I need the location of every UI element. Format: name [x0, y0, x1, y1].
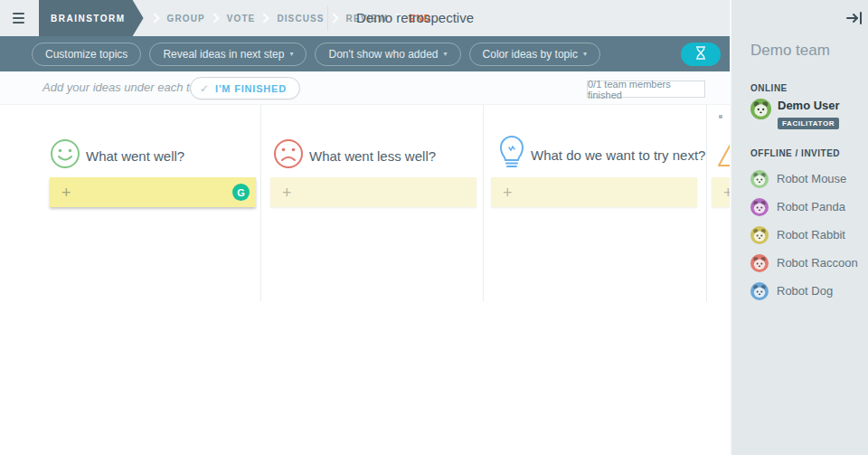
- member-name: Robot Mouse: [777, 172, 846, 185]
- facilitator-toolbar: Customize topics Reveal ideas in next st…: [0, 36, 730, 71]
- chevron-right-icon: [149, 13, 159, 23]
- step-vote[interactable]: VOTE: [227, 14, 256, 24]
- caret-down-icon: ▾: [444, 50, 448, 58]
- offline-member-list: Robot Mouse Robot Panda Robot Rabbit Rob…: [750, 165, 858, 305]
- avatar: [750, 198, 769, 216]
- step-brainstorm[interactable]: BRAINSTORM: [39, 0, 144, 36]
- offline-header: OFFLINE / INVITED: [750, 148, 840, 158]
- topic-header-less-well: What went less well?: [273, 138, 436, 173]
- hamburger-menu-icon[interactable]: [13, 13, 24, 24]
- hourglass-icon: [695, 46, 706, 63]
- chevron-right-icon: [259, 13, 269, 23]
- lightbulb-icon: [498, 135, 525, 175]
- member-name: Robot Panda: [777, 200, 845, 213]
- finish-row: Add your ideas under each topic ✓ I'M FI…: [0, 71, 730, 105]
- customize-topics-button[interactable]: Customize topics: [32, 43, 141, 66]
- collapse-sidebar-icon[interactable]: [845, 10, 863, 26]
- online-header: ONLINE: [750, 83, 788, 93]
- color-ideas-dropdown[interactable]: Color ideas by topic ▾: [469, 43, 600, 66]
- member-name: Robot Dog: [777, 284, 833, 298]
- member-row: Robot Raccoon: [750, 249, 858, 277]
- avatar: [750, 226, 769, 244]
- member-name: Robot Raccoon: [777, 256, 858, 270]
- avatar: [750, 282, 769, 300]
- facilitator-badge: FACILITATOR: [778, 118, 839, 129]
- member-row: Robot Mouse: [750, 165, 858, 193]
- plus-icon: +: [723, 185, 730, 201]
- chevron-right-icon: [209, 13, 219, 23]
- retrospective-app: BRAINSTORM GROUP VOTE DISCUSS REVIEW END…: [0, 0, 868, 455]
- avatar: [750, 170, 769, 188]
- member-row-online: Demo User FACILITATOR: [750, 97, 840, 129]
- team-sidebar: Demo team ONLINE Demo User FACILITATOR O…: [730, 0, 868, 455]
- retrospective-title: Demo retrospective: [356, 0, 474, 36]
- member-row: Robot Panda: [750, 193, 858, 221]
- chevron-right-icon: [328, 13, 338, 23]
- column-divider: [706, 105, 707, 301]
- idea-input-went-well[interactable]: + G: [50, 177, 256, 207]
- member-row: Robot Rabbit: [750, 221, 858, 249]
- idea-input-try-next[interactable]: +: [491, 177, 697, 207]
- reveal-ideas-dropdown[interactable]: Reveal ideas in next step ▾: [149, 43, 307, 66]
- instruction-hint: Add your ideas under each topic: [42, 81, 211, 94]
- plus-icon: +: [61, 185, 71, 201]
- topic-header-partial: [716, 138, 730, 173]
- caret-down-icon: ▾: [289, 50, 293, 58]
- warning-icon: [716, 138, 730, 173]
- column-divider: [260, 105, 261, 301]
- member-name: Robot Rabbit: [777, 228, 845, 242]
- topic-header-try-next: What do we want to try next?: [498, 135, 705, 175]
- top-bar: BRAINSTORM GROUP VOTE DISCUSS REVIEW END…: [0, 0, 730, 36]
- plus-icon: +: [282, 185, 292, 201]
- topic-title: What went well?: [86, 148, 184, 164]
- grammarly-icon[interactable]: G: [232, 184, 250, 201]
- smiley-face-icon: [50, 138, 80, 173]
- divider: [327, 5, 328, 31]
- horizontal-scrollbar: [719, 115, 722, 118]
- topics-board: What went well? + G: [0, 105, 730, 455]
- topic-title: What do we want to try next?: [531, 147, 705, 163]
- step-discuss[interactable]: DISCUSS: [277, 14, 324, 24]
- idea-input-less-well[interactable]: +: [270, 177, 476, 207]
- show-who-added-dropdown[interactable]: Don't show who added ▾: [315, 43, 460, 66]
- members-finished-counter: 0/1 team members finished: [587, 81, 705, 98]
- plus-icon: +: [503, 185, 513, 201]
- sad-face-icon: [273, 138, 304, 173]
- timer-button[interactable]: [681, 43, 721, 66]
- im-finished-button[interactable]: ✓ I'M FINISHED: [190, 77, 300, 100]
- avatar: [750, 99, 771, 119]
- main-region: BRAINSTORM GROUP VOTE DISCUSS REVIEW END…: [0, 0, 730, 455]
- idea-input-partial[interactable]: +: [712, 177, 730, 207]
- step-group[interactable]: GROUP: [167, 14, 205, 24]
- topic-title: What went less well?: [309, 148, 436, 164]
- caret-down-icon: ▾: [583, 50, 587, 58]
- member-name: Demo User: [778, 99, 840, 112]
- team-name: Demo team: [750, 42, 830, 60]
- member-row: Robot Dog: [750, 277, 858, 305]
- column-divider: [483, 105, 484, 301]
- topic-header-went-well: What went well?: [50, 138, 184, 173]
- check-icon: ✓: [200, 82, 209, 95]
- avatar: [750, 254, 769, 272]
